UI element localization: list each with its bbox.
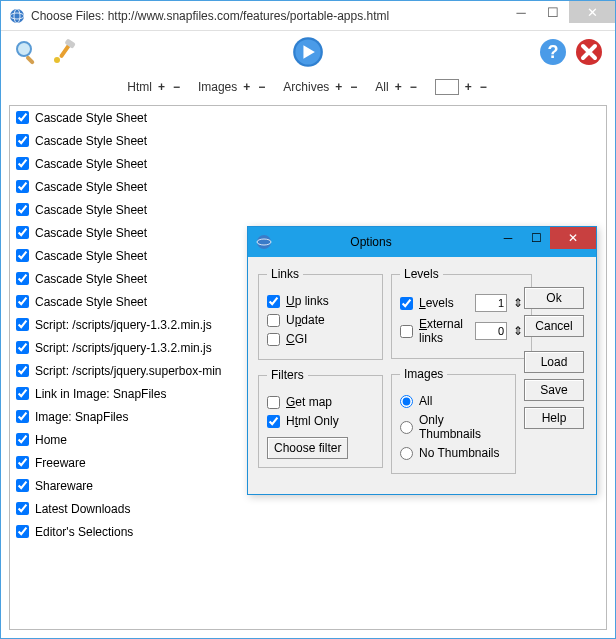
list-item-label: Cascade Style Sheet bbox=[35, 134, 147, 148]
dialog-minimize-button[interactable]: ─ bbox=[494, 227, 522, 249]
search-icon[interactable] bbox=[13, 38, 41, 66]
dialog-maximize-button[interactable]: ☐ bbox=[522, 227, 550, 249]
list-item-checkbox[interactable] bbox=[16, 318, 29, 331]
filters-legend: Filters bbox=[267, 368, 308, 382]
list-item[interactable]: Cascade Style Sheet bbox=[10, 175, 606, 198]
cgi-checkbox[interactable] bbox=[267, 333, 280, 346]
save-button[interactable]: Save bbox=[524, 379, 584, 401]
list-item-checkbox[interactable] bbox=[16, 410, 29, 423]
list-item-checkbox[interactable] bbox=[16, 456, 29, 469]
htmlonly-checkbox[interactable] bbox=[267, 415, 280, 428]
archives-plus[interactable]: + bbox=[333, 80, 344, 94]
all-plus[interactable]: + bbox=[393, 80, 404, 94]
svg-text:?: ? bbox=[548, 42, 559, 62]
swatch-plus[interactable]: + bbox=[463, 80, 474, 94]
toolbar: ? bbox=[1, 31, 615, 73]
images-onlythumbs-label: Only Thumbnails bbox=[419, 413, 507, 441]
options-dialog: Options ─ ☐ ✕ Links Up links Update CGI … bbox=[247, 226, 597, 495]
list-item[interactable]: Cascade Style Sheet bbox=[10, 129, 606, 152]
images-minus[interactable]: − bbox=[256, 80, 267, 94]
dialog-controls: ─ ☐ ✕ bbox=[494, 227, 596, 249]
svg-point-2 bbox=[17, 42, 31, 56]
list-item[interactable]: Editor's Selections bbox=[10, 520, 606, 543]
archives-minus[interactable]: − bbox=[348, 80, 359, 94]
list-item-label: Cascade Style Sheet bbox=[35, 111, 147, 125]
settings-icon[interactable] bbox=[49, 38, 77, 66]
list-item-label: Cascade Style Sheet bbox=[35, 157, 147, 171]
color-swatch[interactable] bbox=[435, 79, 459, 95]
list-item-checkbox[interactable] bbox=[16, 525, 29, 538]
cancel-icon[interactable] bbox=[575, 38, 603, 66]
minimize-button[interactable]: ─ bbox=[505, 1, 537, 23]
list-item[interactable]: Cascade Style Sheet bbox=[10, 106, 606, 129]
images-nothumbs-radio[interactable] bbox=[400, 447, 413, 460]
list-item-checkbox[interactable] bbox=[16, 203, 29, 216]
dialog-title: Options bbox=[278, 235, 494, 249]
list-item-checkbox[interactable] bbox=[16, 226, 29, 239]
play-icon[interactable] bbox=[292, 36, 324, 68]
list-item-checkbox[interactable] bbox=[16, 157, 29, 170]
images-all-radio[interactable] bbox=[400, 395, 413, 408]
help-button[interactable]: Help bbox=[524, 407, 584, 429]
list-item-checkbox[interactable] bbox=[16, 479, 29, 492]
window-controls: ─ ☐ ✕ bbox=[505, 1, 615, 30]
dialog-close-button[interactable]: ✕ bbox=[550, 227, 596, 249]
list-item-checkbox[interactable] bbox=[16, 433, 29, 446]
external-input[interactable] bbox=[475, 322, 507, 340]
list-item-checkbox[interactable] bbox=[16, 180, 29, 193]
update-label: Update bbox=[286, 313, 325, 327]
list-item-checkbox[interactable] bbox=[16, 295, 29, 308]
list-item-checkbox[interactable] bbox=[16, 111, 29, 124]
images-plus[interactable]: + bbox=[241, 80, 252, 94]
list-item-label: Image: SnapFiles bbox=[35, 410, 128, 424]
load-button[interactable]: Load bbox=[524, 351, 584, 373]
list-item-label: Cascade Style Sheet bbox=[35, 249, 147, 263]
ok-button[interactable]: Ok bbox=[524, 287, 584, 309]
dialog-body: Links Up links Update CGI Filters Get ma… bbox=[248, 257, 596, 494]
list-item-checkbox[interactable] bbox=[16, 387, 29, 400]
list-item[interactable]: Cascade Style Sheet bbox=[10, 152, 606, 175]
list-item-checkbox[interactable] bbox=[16, 249, 29, 262]
dialog-titlebar: Options ─ ☐ ✕ bbox=[248, 227, 596, 257]
window-title: Choose Files: http://www.snapfiles.com/f… bbox=[31, 9, 505, 23]
list-item-checkbox[interactable] bbox=[16, 134, 29, 147]
images-all-label: All bbox=[419, 394, 432, 408]
cancel-button[interactable]: Cancel bbox=[524, 315, 584, 337]
maximize-button[interactable]: ☐ bbox=[537, 1, 569, 23]
help-icon[interactable]: ? bbox=[539, 38, 567, 66]
levels-input[interactable] bbox=[475, 294, 507, 312]
app-icon bbox=[9, 8, 25, 24]
levels-label: Levels bbox=[419, 296, 454, 310]
levels-legend: Levels bbox=[400, 267, 443, 281]
list-item-checkbox[interactable] bbox=[16, 341, 29, 354]
update-checkbox[interactable] bbox=[267, 314, 280, 327]
list-item-label: Latest Downloads bbox=[35, 502, 130, 516]
filters-group: Filters Get map Html Only Choose filter bbox=[258, 368, 383, 468]
choose-filter-button[interactable]: Choose filter bbox=[267, 437, 348, 459]
list-item[interactable]: Cascade Style Sheet bbox=[10, 198, 606, 221]
list-item-checkbox[interactable] bbox=[16, 272, 29, 285]
filter-images-label: Images bbox=[198, 80, 237, 94]
svg-rect-3 bbox=[25, 55, 35, 65]
list-item-label: Shareware bbox=[35, 479, 93, 493]
list-item-checkbox[interactable] bbox=[16, 364, 29, 377]
swatch-minus[interactable]: − bbox=[478, 80, 489, 94]
levels-group: Levels Levels⇕ External links⇕ bbox=[391, 267, 532, 359]
images-onlythumbs-radio[interactable] bbox=[400, 421, 413, 434]
list-item-label: Script: /scripts/jquery.superbox-min bbox=[35, 364, 222, 378]
uplinks-checkbox[interactable] bbox=[267, 295, 280, 308]
list-item-checkbox[interactable] bbox=[16, 502, 29, 515]
list-item-label: Cascade Style Sheet bbox=[35, 272, 147, 286]
getmap-checkbox[interactable] bbox=[267, 396, 280, 409]
levels-checkbox[interactable] bbox=[400, 297, 413, 310]
filter-archives-label: Archives bbox=[283, 80, 329, 94]
html-minus[interactable]: − bbox=[171, 80, 182, 94]
list-item[interactable]: Latest Downloads bbox=[10, 497, 606, 520]
close-button[interactable]: ✕ bbox=[569, 1, 615, 23]
external-checkbox[interactable] bbox=[400, 325, 413, 338]
all-minus[interactable]: − bbox=[408, 80, 419, 94]
filter-html-label: Html bbox=[127, 80, 152, 94]
list-item-label: Home bbox=[35, 433, 67, 447]
html-plus[interactable]: + bbox=[156, 80, 167, 94]
list-item-label: Script: /scripts/jquery-1.3.2.min.js bbox=[35, 318, 212, 332]
